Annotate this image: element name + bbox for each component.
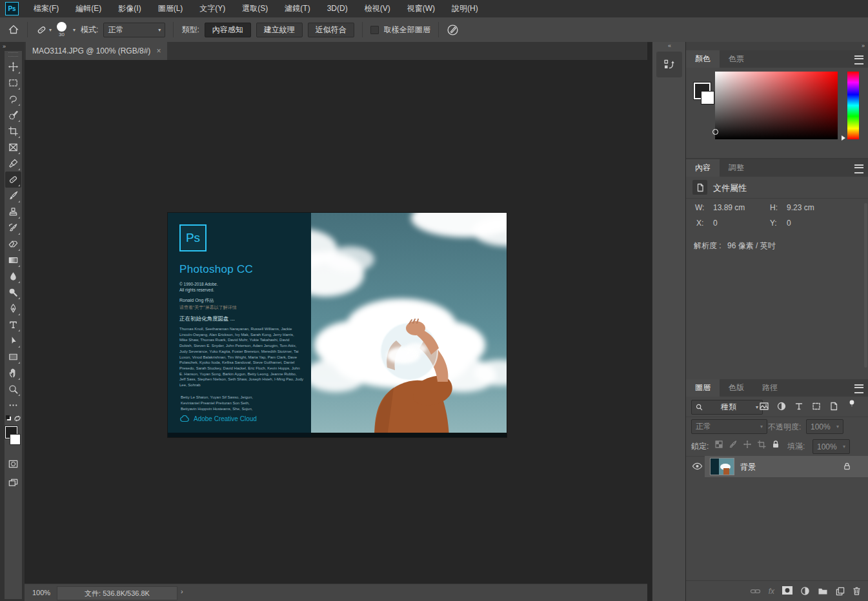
type-tool[interactable]: [5, 317, 21, 333]
move-tool[interactable]: [5, 59, 21, 75]
blend-mode-select[interactable]: 正常 ▾: [691, 419, 767, 434]
panel-menu-icon[interactable]: [854, 384, 863, 393]
x-value[interactable]: 0: [713, 219, 718, 228]
lock-image-button[interactable]: [729, 440, 738, 449]
background-color-swatch[interactable]: [701, 92, 714, 104]
lasso-tool[interactable]: [5, 91, 21, 107]
menu-filter[interactable]: 濾鏡(T): [276, 0, 318, 17]
history-brush-tool[interactable]: [5, 220, 21, 236]
brush-tool[interactable]: [5, 188, 21, 204]
document-tab[interactable]: MAO3114.JPG @ 100% (RGB/8#) ×: [26, 42, 167, 60]
open-document-image[interactable]: Ps Photoshop CC © 1990-2018 Adobe. All r…: [168, 213, 507, 437]
menu-select[interactable]: 選取(S): [234, 0, 276, 17]
add-adjustment-layer-button[interactable]: [800, 586, 810, 596]
hand-tool[interactable]: [5, 365, 21, 381]
tab-paths[interactable]: 路徑: [753, 379, 787, 397]
filter-kind-select[interactable]: 種類 ▾: [691, 400, 763, 415]
collapse-dock-icon[interactable]: »: [862, 43, 864, 49]
link-layers-button[interactable]: [750, 587, 761, 596]
default-colors-icon[interactable]: [6, 415, 10, 419]
menu-image[interactable]: 影像(I): [110, 0, 149, 17]
tab-adjustments[interactable]: 調整: [720, 159, 753, 177]
resolution-value[interactable]: 96 像素 / 英吋: [727, 241, 776, 251]
expand-tools-icon[interactable]: »: [3, 43, 5, 50]
clone-stamp-tool[interactable]: [5, 204, 21, 220]
layer-thumbnail[interactable]: [711, 458, 734, 475]
panel-menu-icon[interactable]: [854, 55, 863, 64]
new-layer-button[interactable]: [836, 587, 845, 596]
tab-properties[interactable]: 內容: [686, 159, 720, 177]
menu-window[interactable]: 視窗(W): [399, 0, 443, 17]
canvas-area[interactable]: Ps Photoshop CC © 1990-2018 Adobe. All r…: [25, 60, 647, 584]
color-picker-ring[interactable]: [712, 129, 718, 135]
edit-toolbar-button[interactable]: [5, 397, 21, 413]
quick-selection-tool[interactable]: [5, 107, 21, 123]
menu-layer[interactable]: 圖層(L): [150, 0, 192, 17]
scrollbar[interactable]: [864, 203, 867, 368]
layer-visibility-toggle[interactable]: [692, 462, 703, 470]
gradient-tool[interactable]: [5, 252, 21, 268]
history-panel-button[interactable]: [656, 52, 682, 77]
pen-tool[interactable]: [5, 300, 21, 317]
tab-layers[interactable]: 圖層: [686, 379, 720, 397]
height-value[interactable]: 9.23 cm: [787, 203, 814, 212]
filter-pixel-layers-button[interactable]: [759, 401, 769, 411]
menu-edit[interactable]: 編輯(E): [67, 0, 110, 17]
filter-shape-layers-button[interactable]: [811, 401, 822, 411]
lock-position-button[interactable]: [743, 440, 752, 449]
close-icon[interactable]: ×: [156, 46, 161, 55]
eraser-tool[interactable]: [5, 236, 21, 252]
width-value[interactable]: 13.89 cm: [713, 203, 745, 212]
mode-select[interactable]: 正常 ▾: [103, 23, 165, 37]
menu-file[interactable]: 檔案(F): [25, 0, 67, 17]
proximity-match-button[interactable]: 近似符合: [308, 23, 354, 37]
y-value[interactable]: 0: [787, 219, 791, 228]
background-layer-row[interactable]: 背景: [686, 456, 868, 477]
screen-mode-button[interactable]: [5, 475, 21, 491]
delete-layer-button[interactable]: [853, 586, 861, 596]
menu-help[interactable]: 說明(H): [443, 0, 487, 17]
background-color-swatch[interactable]: [10, 435, 20, 444]
new-group-button[interactable]: [818, 587, 828, 595]
zoom-tool[interactable]: [5, 381, 21, 397]
layer-name[interactable]: 背景: [740, 462, 756, 473]
pressure-size-toggle[interactable]: [447, 24, 459, 36]
lock-artboard-button[interactable]: [757, 440, 766, 449]
content-aware-button[interactable]: 內容感知: [205, 23, 251, 37]
collapse-dock-icon[interactable]: «: [652, 43, 686, 49]
sample-all-layers-checkbox[interactable]: [370, 26, 379, 34]
filter-smart-objects-button[interactable]: [829, 401, 839, 411]
lock-all-button[interactable]: [771, 440, 780, 449]
filter-type-layers-button[interactable]: [794, 401, 804, 411]
filter-toggle-button[interactable]: [849, 399, 855, 410]
home-button[interactable]: [8, 24, 19, 35]
rectangular-marquee-tool[interactable]: [5, 75, 21, 91]
path-selection-tool[interactable]: [5, 333, 21, 349]
opacity-field[interactable]: 100% ▾: [806, 419, 843, 434]
spot-healing-brush-tool[interactable]: [5, 172, 21, 188]
tab-swatches[interactable]: 色票: [720, 50, 753, 68]
crop-tool[interactable]: [5, 123, 21, 139]
dodge-tool[interactable]: [5, 284, 21, 300]
tool-preset-picker[interactable]: ▾: [35, 24, 52, 36]
frame-tool[interactable]: [5, 139, 21, 155]
panel-grip[interactable]: [8, 52, 18, 57]
zoom-level-field[interactable]: 100%: [32, 589, 50, 596]
brush-settings-picker[interactable]: 30: [57, 22, 66, 37]
layer-style-button[interactable]: fx: [769, 587, 774, 596]
add-mask-button[interactable]: [782, 586, 792, 597]
rectangle-tool[interactable]: [5, 349, 21, 365]
hue-slider-pointer[interactable]: [842, 135, 845, 141]
status-options-chevron[interactable]: ›: [181, 587, 183, 595]
quick-mask-button[interactable]: [5, 456, 21, 472]
tab-channels[interactable]: 色版: [720, 379, 753, 397]
create-texture-button[interactable]: 建立紋理: [256, 23, 303, 37]
layer-lock-badge[interactable]: [843, 462, 851, 471]
eyedropper-tool[interactable]: [5, 155, 21, 172]
menu-type[interactable]: 文字(Y): [191, 0, 234, 17]
fill-field[interactable]: 100% ▾: [812, 439, 850, 454]
lock-transparency-button[interactable]: [714, 440, 723, 449]
menu-3d[interactable]: 3D(D): [319, 0, 356, 17]
panel-menu-icon[interactable]: [854, 164, 863, 173]
saturation-brightness-field[interactable]: [715, 72, 838, 139]
